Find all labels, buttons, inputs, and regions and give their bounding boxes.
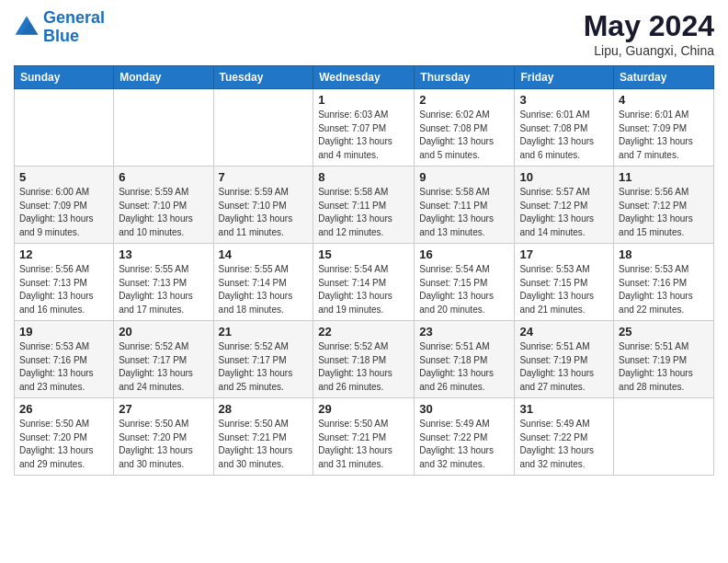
day-number: 19	[19, 325, 108, 339]
calendar-cell: 1Sunrise: 6:03 AMSunset: 7:07 PMDaylight…	[313, 89, 415, 167]
day-info: Sunrise: 5:59 AMSunset: 7:10 PMDaylight:…	[219, 186, 309, 239]
col-thursday: Thursday	[415, 66, 515, 89]
calendar-cell: 26Sunrise: 5:50 AMSunset: 7:20 PMDayligh…	[15, 398, 114, 476]
day-info: Sunrise: 5:52 AMSunset: 7:17 PMDaylight:…	[219, 340, 309, 394]
day-number: 13	[119, 247, 208, 261]
day-number: 3	[519, 93, 609, 107]
calendar-cell: 7Sunrise: 5:59 AMSunset: 7:10 PMDaylight…	[213, 167, 313, 244]
week-row-2: 5Sunrise: 6:00 AMSunset: 7:09 PMDaylight…	[15, 167, 714, 244]
day-info: Sunrise: 5:55 AMSunset: 7:14 PMDaylight:…	[219, 263, 309, 316]
day-info: Sunrise: 5:51 AMSunset: 7:19 PMDaylight:…	[519, 340, 609, 394]
day-info: Sunrise: 5:59 AMSunset: 7:10 PMDaylight:…	[119, 186, 208, 239]
calendar-cell: 10Sunrise: 5:57 AMSunset: 7:12 PMDayligh…	[515, 167, 614, 244]
day-info: Sunrise: 5:58 AMSunset: 7:11 PMDaylight:…	[318, 186, 409, 239]
day-number: 26	[19, 402, 108, 416]
calendar-cell: 21Sunrise: 5:52 AMSunset: 7:17 PMDayligh…	[213, 321, 313, 398]
day-info: Sunrise: 5:50 AMSunset: 7:21 PMDaylight:…	[219, 418, 309, 471]
calendar-cell: 24Sunrise: 5:51 AMSunset: 7:19 PMDayligh…	[515, 321, 614, 398]
week-row-4: 19Sunrise: 5:53 AMSunset: 7:16 PMDayligh…	[15, 321, 714, 398]
page: General Blue May 2024 Lipu, Guangxi, Chi…	[0, 0, 728, 489]
day-info: Sunrise: 5:55 AMSunset: 7:13 PMDaylight:…	[119, 263, 208, 316]
day-number: 4	[619, 93, 709, 107]
calendar-cell: 3Sunrise: 6:01 AMSunset: 7:08 PMDaylight…	[515, 89, 614, 167]
day-number: 20	[119, 325, 208, 339]
day-info: Sunrise: 5:56 AMSunset: 7:12 PMDaylight:…	[619, 186, 709, 239]
day-info: Sunrise: 6:01 AMSunset: 7:08 PMDaylight:…	[519, 109, 609, 162]
day-number: 11	[619, 170, 709, 184]
header-row: Sunday Monday Tuesday Wednesday Thursday…	[15, 66, 714, 89]
calendar-cell: 20Sunrise: 5:52 AMSunset: 7:17 PMDayligh…	[114, 321, 213, 398]
calendar-cell: 31Sunrise: 5:49 AMSunset: 7:22 PMDayligh…	[515, 398, 614, 476]
day-info: Sunrise: 6:00 AMSunset: 7:09 PMDaylight:…	[19, 186, 108, 239]
day-info: Sunrise: 5:53 AMSunset: 7:16 PMDaylight:…	[619, 263, 709, 316]
day-info: Sunrise: 5:54 AMSunset: 7:15 PMDaylight:…	[419, 263, 509, 316]
day-number: 2	[419, 93, 509, 107]
day-info: Sunrise: 5:51 AMSunset: 7:18 PMDaylight:…	[419, 340, 509, 394]
calendar-cell: 2Sunrise: 6:02 AMSunset: 7:08 PMDaylight…	[415, 89, 515, 167]
day-info: Sunrise: 5:52 AMSunset: 7:17 PMDaylight:…	[119, 340, 208, 394]
calendar-cell: 4Sunrise: 6:01 AMSunset: 7:09 PMDaylight…	[614, 89, 714, 167]
calendar-cell: 14Sunrise: 5:55 AMSunset: 7:14 PMDayligh…	[213, 244, 313, 321]
day-info: Sunrise: 5:56 AMSunset: 7:13 PMDaylight:…	[19, 263, 108, 316]
calendar-cell: 18Sunrise: 5:53 AMSunset: 7:16 PMDayligh…	[614, 244, 714, 321]
calendar-cell: 5Sunrise: 6:00 AMSunset: 7:09 PMDaylight…	[15, 167, 114, 244]
calendar-cell	[614, 398, 714, 476]
calendar-cell: 9Sunrise: 5:58 AMSunset: 7:11 PMDaylight…	[415, 167, 515, 244]
calendar-cell: 28Sunrise: 5:50 AMSunset: 7:21 PMDayligh…	[213, 398, 313, 476]
calendar-cell: 17Sunrise: 5:53 AMSunset: 7:15 PMDayligh…	[515, 244, 614, 321]
day-info: Sunrise: 5:57 AMSunset: 7:12 PMDaylight:…	[519, 186, 609, 239]
day-number: 22	[318, 325, 409, 339]
calendar-table: Sunday Monday Tuesday Wednesday Thursday…	[14, 65, 714, 476]
day-number: 7	[219, 170, 309, 184]
calendar-cell: 15Sunrise: 5:54 AMSunset: 7:14 PMDayligh…	[313, 244, 415, 321]
day-number: 1	[318, 93, 409, 107]
day-number: 21	[219, 325, 309, 339]
col-tuesday: Tuesday	[213, 66, 313, 89]
week-row-1: 1Sunrise: 6:03 AMSunset: 7:07 PMDaylight…	[15, 89, 714, 167]
week-row-5: 26Sunrise: 5:50 AMSunset: 7:20 PMDayligh…	[15, 398, 714, 476]
day-number: 18	[619, 247, 709, 261]
day-number: 14	[219, 247, 309, 261]
calendar-cell: 22Sunrise: 5:52 AMSunset: 7:18 PMDayligh…	[313, 321, 415, 398]
day-number: 24	[519, 325, 609, 339]
day-number: 8	[318, 170, 409, 184]
day-info: Sunrise: 5:58 AMSunset: 7:11 PMDaylight:…	[419, 186, 509, 239]
calendar-cell: 16Sunrise: 5:54 AMSunset: 7:15 PMDayligh…	[415, 244, 515, 321]
calendar-cell: 30Sunrise: 5:49 AMSunset: 7:22 PMDayligh…	[415, 398, 515, 476]
logo: General Blue	[14, 9, 105, 46]
day-number: 31	[519, 402, 609, 416]
calendar-cell: 8Sunrise: 5:58 AMSunset: 7:11 PMDaylight…	[313, 167, 415, 244]
day-info: Sunrise: 5:49 AMSunset: 7:22 PMDaylight:…	[419, 418, 509, 471]
col-wednesday: Wednesday	[313, 66, 415, 89]
day-info: Sunrise: 5:54 AMSunset: 7:14 PMDaylight:…	[318, 263, 409, 316]
calendar-cell	[114, 89, 213, 167]
day-number: 9	[419, 170, 509, 184]
week-row-3: 12Sunrise: 5:56 AMSunset: 7:13 PMDayligh…	[15, 244, 714, 321]
calendar-cell	[213, 89, 313, 167]
day-info: Sunrise: 5:50 AMSunset: 7:20 PMDaylight:…	[19, 418, 108, 471]
day-info: Sunrise: 5:53 AMSunset: 7:16 PMDaylight:…	[19, 340, 108, 394]
calendar-cell: 12Sunrise: 5:56 AMSunset: 7:13 PMDayligh…	[15, 244, 114, 321]
col-saturday: Saturday	[614, 66, 714, 89]
day-number: 29	[318, 402, 409, 416]
day-info: Sunrise: 5:51 AMSunset: 7:19 PMDaylight:…	[619, 340, 709, 394]
day-number: 23	[419, 325, 509, 339]
calendar-cell: 6Sunrise: 5:59 AMSunset: 7:10 PMDaylight…	[114, 167, 213, 244]
col-monday: Monday	[114, 66, 213, 89]
day-info: Sunrise: 6:03 AMSunset: 7:07 PMDaylight:…	[318, 109, 409, 162]
logo-text: General Blue	[43, 9, 105, 46]
header: General Blue May 2024 Lipu, Guangxi, Chi…	[14, 9, 714, 58]
day-info: Sunrise: 5:53 AMSunset: 7:15 PMDaylight:…	[519, 263, 609, 316]
day-number: 25	[619, 325, 709, 339]
day-number: 17	[519, 247, 609, 261]
day-number: 12	[19, 247, 108, 261]
day-info: Sunrise: 5:50 AMSunset: 7:21 PMDaylight:…	[318, 418, 409, 471]
day-number: 10	[519, 170, 609, 184]
calendar-cell	[15, 89, 114, 167]
day-number: 28	[219, 402, 309, 416]
calendar-cell: 13Sunrise: 5:55 AMSunset: 7:13 PMDayligh…	[114, 244, 213, 321]
day-number: 5	[19, 170, 108, 184]
calendar-cell: 23Sunrise: 5:51 AMSunset: 7:18 PMDayligh…	[415, 321, 515, 398]
day-number: 27	[119, 402, 208, 416]
month-title: May 2024	[584, 9, 714, 43]
